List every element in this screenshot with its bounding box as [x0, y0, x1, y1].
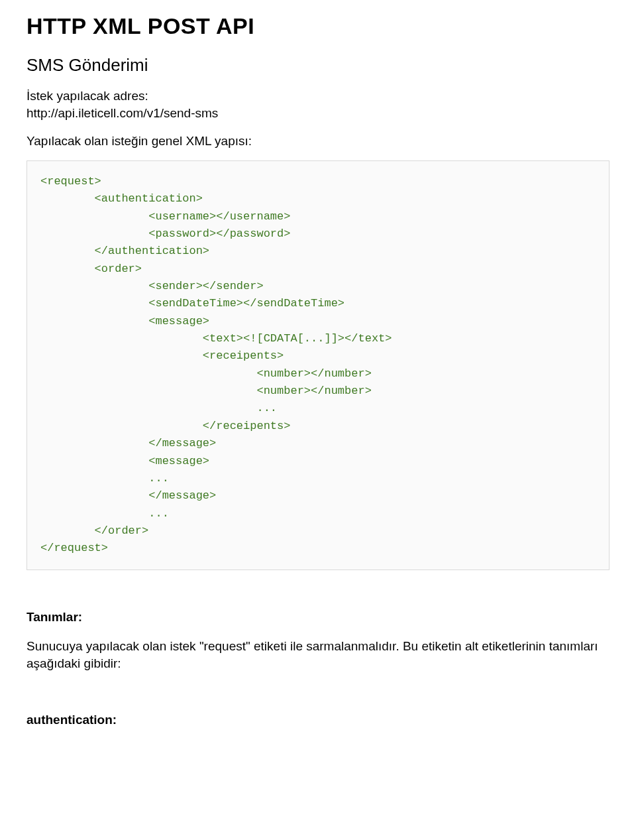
field-authentication: authentication: — [26, 713, 610, 727]
definitions-heading: Tanımlar: — [26, 610, 610, 625]
definitions-body: Sunucuya yapılacak olan istek "request" … — [26, 638, 610, 673]
request-url: http://api.ileticell.com/v1/send-sms — [26, 106, 610, 121]
subtitle: SMS Gönderimi — [26, 55, 610, 76]
xml-code-block: <request> <authentication> <username></u… — [26, 160, 610, 570]
page-title: HTTP XML POST API — [26, 13, 610, 39]
request-address-label: İstek yapılacak adres: — [26, 89, 610, 103]
xml-structure-heading: Yapılacak olan isteğin genel XML yapısı: — [26, 134, 610, 149]
